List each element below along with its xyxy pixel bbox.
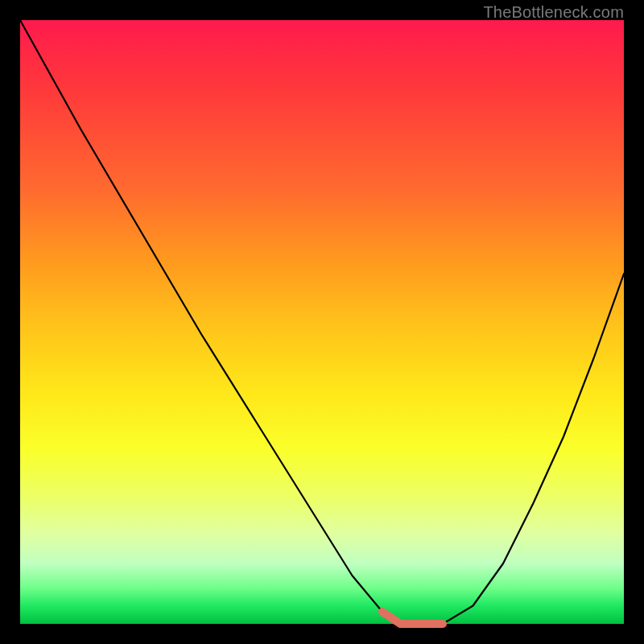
chart-container: TheBottleneck.com — [0, 0, 644, 644]
optimal-range-marker — [382, 612, 443, 624]
chart-overlay-svg — [20, 20, 624, 624]
attribution-text: TheBottleneck.com — [483, 3, 624, 22]
bottleneck-curve-line — [20, 20, 624, 624]
